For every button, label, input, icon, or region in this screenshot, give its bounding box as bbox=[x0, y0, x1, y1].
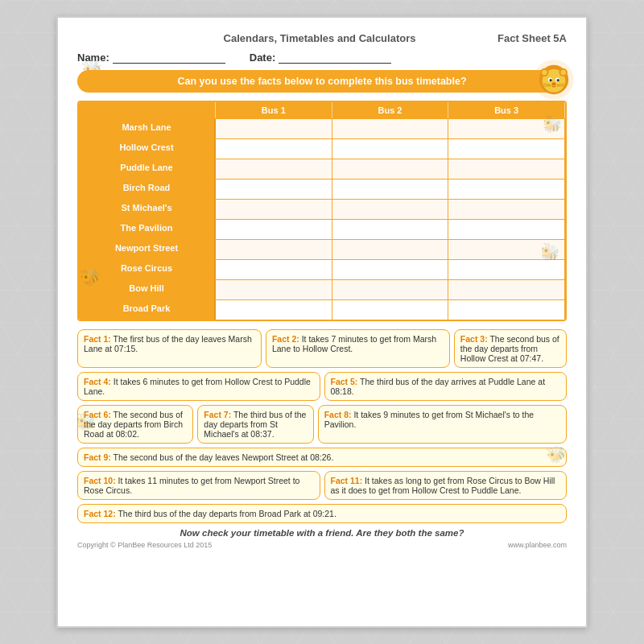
fact-2-box: Fact 2: It takes 7 minutes to get from M… bbox=[266, 329, 450, 368]
date-input-line[interactable] bbox=[279, 51, 391, 64]
stop-broad-park: Broad Park bbox=[79, 300, 216, 320]
fact-8-box: Fact 8: It takes 9 minutes to get from S… bbox=[318, 405, 567, 444]
table-row: Newport Street bbox=[79, 239, 565, 259]
fact-sheet-label: Fact Sheet 5A bbox=[497, 32, 567, 44]
table-row: Bow Hill bbox=[79, 279, 565, 299]
website-text: www.planbee.com bbox=[508, 541, 567, 549]
stop-marsh-lane: Marsh Lane bbox=[79, 119, 216, 138]
table-row: St Michael's bbox=[79, 199, 565, 219]
table-row: Puddle Lane bbox=[79, 159, 565, 179]
facts-row-1: Fact 1: The first bus of the day leaves … bbox=[77, 329, 567, 368]
time-bus1-rose[interactable] bbox=[216, 260, 332, 279]
fact-1-label: Fact 1: bbox=[84, 334, 111, 344]
table-row: Rose Circus bbox=[79, 259, 565, 279]
svg-point-5 bbox=[542, 70, 547, 76]
facts-row-3: Fact 6: The second bus of the day depart… bbox=[77, 405, 567, 444]
name-date-row: Name: Date: bbox=[77, 51, 567, 64]
table-row: Birch Road bbox=[79, 179, 565, 199]
time-bus2-hollow[interactable] bbox=[332, 139, 449, 159]
timetable: Bus 1 Bus 2 Bus 3 Marsh Lane Hollow Cres… bbox=[77, 101, 567, 321]
time-bus2-bow[interactable] bbox=[332, 280, 449, 299]
fact-9-box: Fact 9: The second bus of the day leaves… bbox=[77, 448, 567, 467]
stop-newport-street: Newport Street bbox=[79, 240, 216, 259]
facts-row-6: Fact 12: The third bus of the day depart… bbox=[77, 504, 567, 523]
svg-point-9 bbox=[549, 79, 551, 81]
time-bus2-rose[interactable] bbox=[332, 260, 449, 279]
fact-11-box: Fact 11: It takes as long to get from Ro… bbox=[324, 471, 568, 500]
col-bus2: Bus 2 bbox=[332, 102, 449, 118]
fact-11-label: Fact 11: bbox=[331, 476, 363, 485]
facts-row-4: Fact 9: The second bus of the day leaves… bbox=[77, 448, 567, 467]
facts-row-5: Fact 10: It takes 11 minutes to get from… bbox=[77, 471, 567, 500]
fact-9-text: The second bus of the day leaves Newport… bbox=[114, 452, 334, 462]
time-bus2-stmichaels[interactable] bbox=[332, 200, 449, 219]
date-label: Date: bbox=[250, 52, 276, 64]
svg-point-11 bbox=[551, 82, 555, 85]
fact-4-text: It takes 6 minutes to get from Hollow Cr… bbox=[84, 377, 311, 396]
header-row: Calendars, Timetables and Calculators Fa… bbox=[77, 32, 567, 44]
facts-grid: Fact 1: The first bus of the day leaves … bbox=[77, 329, 567, 523]
stop-the-pavilion: The Pavilion bbox=[79, 220, 216, 239]
time-bus3-broad[interactable] bbox=[448, 300, 565, 320]
time-bus2-pavilion[interactable] bbox=[332, 220, 449, 239]
time-bus1-birch[interactable] bbox=[216, 180, 332, 199]
table-row: Hollow Crest bbox=[79, 138, 565, 159]
time-bus2-broad[interactable] bbox=[332, 300, 449, 320]
bee-decoration-5: 🐝 bbox=[74, 411, 97, 433]
fact-3-label: Fact 3: bbox=[460, 334, 488, 344]
worksheet-page: 🐝 🐝 🐝 🐝 🐝 🐝 Calendars, Timetables and Ca… bbox=[56, 16, 588, 628]
fact-12-label: Fact 12: bbox=[84, 509, 116, 518]
fact-10-label: Fact 10: bbox=[84, 476, 116, 485]
table-row: Broad Park bbox=[79, 299, 565, 320]
time-bus2-puddle[interactable] bbox=[332, 159, 449, 179]
fact-2-label: Fact 2: bbox=[272, 334, 299, 344]
time-bus3-rose[interactable] bbox=[448, 260, 565, 279]
time-bus3-puddle[interactable] bbox=[448, 159, 565, 179]
lion-icon bbox=[533, 59, 575, 101]
fact-9-label: Fact 9: bbox=[84, 452, 111, 462]
col-stop bbox=[79, 102, 216, 118]
time-bus2-newport[interactable] bbox=[332, 240, 449, 259]
time-bus1-newport[interactable] bbox=[216, 240, 332, 259]
time-bus1-marsh[interactable] bbox=[216, 119, 332, 138]
fact-8-text: It takes 9 minutes to get from St Michae… bbox=[324, 410, 535, 429]
time-bus3-stmichaels[interactable] bbox=[448, 200, 565, 219]
facts-row-2: Fact 4: It takes 6 minutes to get from H… bbox=[77, 372, 567, 401]
date-field: Date: bbox=[250, 51, 392, 64]
fact-10-text: It takes 11 minutes to get from Newport … bbox=[84, 476, 299, 495]
timetable-header: Bus 1 Bus 2 Bus 3 bbox=[79, 102, 565, 118]
time-bus3-bow[interactable] bbox=[448, 280, 565, 299]
time-bus3-hollow[interactable] bbox=[448, 139, 565, 159]
time-bus1-stmichaels[interactable] bbox=[216, 200, 332, 219]
time-bus1-broad[interactable] bbox=[216, 300, 332, 320]
name-input-line[interactable] bbox=[113, 51, 225, 64]
page-title: Calendars, Timetables and Calculators bbox=[224, 32, 416, 44]
svg-point-10 bbox=[557, 79, 559, 81]
footer-check: Now check your timetable with a friend. … bbox=[77, 528, 567, 538]
fact-11-text: It takes as long to get from Rose Circus… bbox=[331, 476, 555, 495]
time-bus1-puddle[interactable] bbox=[216, 159, 332, 179]
fact-12-text: The third bus of the day departs from Br… bbox=[118, 509, 336, 518]
fact-4-box: Fact 4: It takes 6 minutes to get from H… bbox=[77, 372, 320, 401]
footer-copyright: Copyright © PlanBee Resources Ltd 2015 w… bbox=[77, 541, 567, 549]
stop-puddle-lane: Puddle Lane bbox=[79, 159, 216, 179]
fact-12-box: Fact 12: The third bus of the day depart… bbox=[77, 504, 567, 523]
time-bus2-marsh[interactable] bbox=[332, 119, 449, 138]
fact-5-text: The third bus of the day arrives at Pudd… bbox=[331, 377, 546, 396]
time-bus1-pavilion[interactable] bbox=[216, 220, 332, 239]
fact-1-box: Fact 1: The first bus of the day leaves … bbox=[77, 329, 262, 368]
time-bus3-birch[interactable] bbox=[448, 180, 565, 199]
col-bus1: Bus 1 bbox=[216, 102, 332, 118]
time-bus2-birch[interactable] bbox=[332, 180, 449, 199]
fact-7-box: Fact 7: The third bus of the day departs… bbox=[197, 405, 313, 444]
fact-7-label: Fact 7: bbox=[204, 410, 231, 419]
fact-3-box: Fact 3: The second bus of the day depart… bbox=[454, 329, 567, 368]
time-bus1-hollow[interactable] bbox=[216, 139, 332, 159]
table-row: The Pavilion bbox=[79, 219, 565, 239]
time-bus3-pavilion[interactable] bbox=[448, 220, 565, 239]
fact-8-label: Fact 8: bbox=[324, 410, 352, 419]
time-bus1-bow[interactable] bbox=[216, 280, 332, 299]
question-banner: Can you use the facts below to complete … bbox=[77, 70, 567, 93]
fact-5-label: Fact 5: bbox=[331, 377, 358, 386]
svg-point-6 bbox=[560, 70, 566, 76]
